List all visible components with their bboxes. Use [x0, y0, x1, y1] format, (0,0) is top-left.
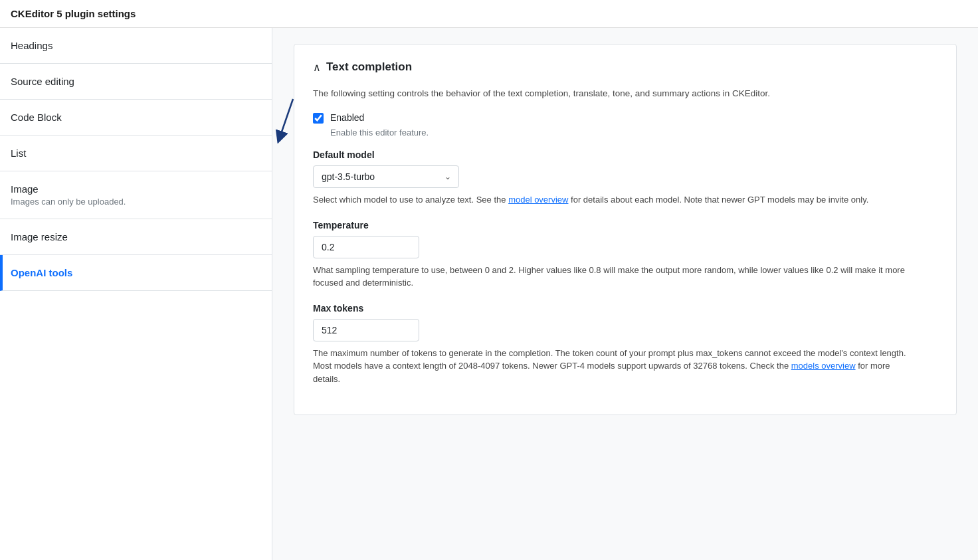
temperature-description: What sampling temperature to use, betwee…	[313, 264, 911, 290]
max-tokens-description: The maximum number of tokens to generate…	[313, 347, 911, 386]
sidebar-item-title: Code Block	[11, 112, 261, 123]
temperature-field: Temperature What sampling temperature to…	[313, 220, 937, 290]
default-model-select[interactable]: gpt-3.5-turbo gpt-4 gpt-4-turbo	[313, 165, 459, 188]
sidebar-item-title: OpenAI tools	[11, 267, 261, 278]
sidebar-item-title: Image resize	[11, 231, 261, 242]
sidebar-item-openai-tools[interactable]: OpenAI tools	[0, 255, 272, 291]
sidebar-item-source-editing[interactable]: Source editing	[0, 64, 272, 100]
max-tokens-input[interactable]	[313, 319, 419, 341]
section-card: ∧ Text completion The following setting …	[294, 44, 957, 415]
section-description: The following setting controls the behav…	[313, 87, 937, 100]
sidebar-item-image[interactable]: ImageImages can only be uploaded.	[0, 171, 272, 219]
enabled-hint: Enable this editor feature.	[330, 128, 937, 138]
sidebar-item-title: Source editing	[11, 76, 261, 87]
section-header[interactable]: ∧ Text completion	[313, 60, 937, 74]
sidebar-item-subtitle: Images can only be uploaded.	[11, 197, 261, 207]
sidebar-item-title: Image	[11, 183, 261, 195]
sidebar-item-image-resize[interactable]: Image resize	[0, 219, 272, 255]
default-model-label: Default model	[313, 149, 937, 160]
max-tokens-field: Max tokens The maximum number of tokens …	[313, 303, 937, 386]
enabled-checkbox-row: Enabled	[313, 112, 937, 124]
sidebar-item-code-block[interactable]: Code Block	[0, 100, 272, 136]
sidebar-item-headings[interactable]: Headings	[0, 28, 272, 64]
sidebar-item-list[interactable]: List	[0, 136, 272, 171]
main-content: ∧ Text completion The following setting …	[272, 28, 978, 560]
max-tokens-label: Max tokens	[313, 303, 937, 314]
temperature-label: Temperature	[313, 220, 937, 231]
sidebar-item-title: Headings	[11, 40, 261, 51]
sidebar: HeadingsSource editingCode BlockListImag…	[0, 28, 272, 560]
models-overview-link[interactable]: models overview	[791, 361, 856, 371]
section-title: Text completion	[326, 60, 412, 74]
default-model-field: Default model gpt-3.5-turbo gpt-4 gpt-4-…	[313, 149, 937, 207]
enabled-label[interactable]: Enabled	[330, 112, 364, 123]
temperature-input[interactable]	[313, 236, 419, 258]
default-model-select-wrapper: gpt-3.5-turbo gpt-4 gpt-4-turbo ⌄	[313, 165, 459, 188]
model-overview-link[interactable]: model overview	[508, 195, 568, 205]
default-model-description: Select which model to use to analyze tex…	[313, 193, 911, 207]
enabled-checkbox[interactable]	[313, 113, 324, 124]
sidebar-item-title: List	[11, 147, 261, 159]
page-title: CKEditor 5 plugin settings	[0, 0, 978, 28]
svg-line-0	[280, 99, 293, 138]
collapse-chevron-icon: ∧	[313, 61, 321, 74]
